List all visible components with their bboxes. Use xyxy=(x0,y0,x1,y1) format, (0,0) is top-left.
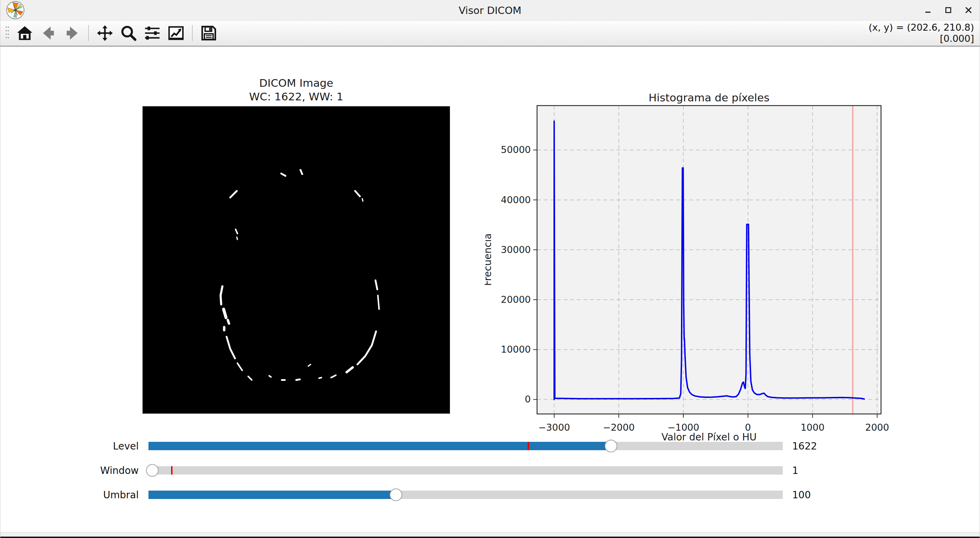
cursor-value: [0.000] xyxy=(869,33,974,44)
umbral-slider-row: Umbral 100 xyxy=(0,490,980,499)
save-button[interactable] xyxy=(200,24,218,42)
close-button[interactable] xyxy=(964,5,974,15)
home-button[interactable] xyxy=(16,24,34,42)
umbral-slider-track[interactable] xyxy=(148,490,783,499)
histogram-ylabel: Frecuencia xyxy=(485,234,493,286)
forward-button[interactable] xyxy=(63,24,81,42)
customize-axes-button[interactable] xyxy=(167,24,185,42)
svg-text:30000: 30000 xyxy=(501,244,531,255)
svg-text:0: 0 xyxy=(525,394,531,404)
window-slider-value: 1 xyxy=(792,465,799,476)
svg-text:20000: 20000 xyxy=(501,294,531,305)
window-slider-row: Window 1 xyxy=(0,466,980,474)
svg-text:−1000: −1000 xyxy=(667,422,699,433)
umbral-slider-value: 100 xyxy=(792,489,811,501)
level-slider-row: Level 1622 xyxy=(0,442,980,450)
window-slider-handle[interactable] xyxy=(146,464,159,477)
dicom-image-title: DICOM Image xyxy=(143,76,450,89)
window-slider-init-mark xyxy=(171,466,172,474)
window-slider-track[interactable] xyxy=(148,466,783,474)
cursor-xy: (x, y) = (202.6, 210.8) xyxy=(869,22,974,33)
maximize-button[interactable] xyxy=(943,5,953,15)
svg-text:10000: 10000 xyxy=(501,344,531,355)
dicom-image-canvas[interactable] xyxy=(143,106,450,414)
minimize-button[interactable] xyxy=(923,5,933,15)
window-slider-label: Window xyxy=(14,465,139,476)
cursor-readout: (x, y) = (202.6, 210.8) [0.000] xyxy=(869,22,974,44)
toolbar-separator xyxy=(192,25,193,41)
level-slider-fill xyxy=(148,442,611,450)
svg-text:−3000: −3000 xyxy=(538,422,570,433)
svg-text:0: 0 xyxy=(745,422,751,433)
umbral-slider-label: Umbral xyxy=(14,489,139,501)
toolbar-separator xyxy=(88,25,89,41)
histogram-title: Histograma de píxeles xyxy=(537,91,881,104)
svg-text:1000: 1000 xyxy=(800,422,824,433)
back-button[interactable] xyxy=(40,24,57,42)
level-slider-value: 1622 xyxy=(792,441,817,452)
svg-text:−2000: −2000 xyxy=(603,422,635,433)
window-title: Visor DICOM xyxy=(0,5,980,16)
level-slider-init-mark xyxy=(528,442,529,450)
navigation-toolbar: (x, y) = (202.6, 210.8) [0.000] xyxy=(0,21,980,47)
dicom-image-subtitle: WC: 1622, WW: 1 xyxy=(143,90,450,103)
level-slider-label: Level xyxy=(14,441,139,452)
window-bottom-edge xyxy=(0,536,980,538)
svg-text:50000: 50000 xyxy=(501,144,531,155)
title-bar: Visor DICOM xyxy=(0,0,980,21)
umbral-slider-handle[interactable] xyxy=(390,489,402,501)
umbral-slider-fill xyxy=(148,490,396,499)
histogram-canvas[interactable]: −3000−2000−10000100020000100002000030000… xyxy=(485,103,907,453)
pan-button[interactable] xyxy=(96,24,114,42)
svg-text:2000: 2000 xyxy=(865,422,889,433)
zoom-button[interactable] xyxy=(119,24,138,42)
visor-dicom-window: Visor DICOM xyxy=(0,0,980,538)
window-controls xyxy=(923,5,974,15)
subplots-button[interactable] xyxy=(143,24,161,42)
svg-text:40000: 40000 xyxy=(501,194,531,205)
level-slider-track[interactable] xyxy=(148,442,783,450)
window-bottom-strip xyxy=(0,532,980,537)
level-slider-handle[interactable] xyxy=(605,440,617,452)
toolbar-drag-handle[interactable] xyxy=(5,25,10,41)
